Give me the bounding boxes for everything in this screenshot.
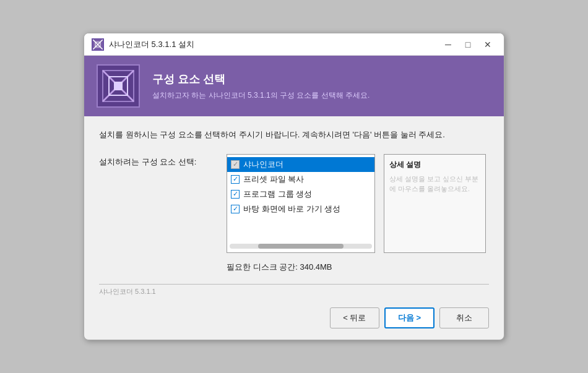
disk-space: 필요한 디스크 공간: 340.4MB [227, 262, 486, 273]
components-label: 설치하려는 구성 요소 선택: [99, 154, 210, 168]
content-area: 설치를 원하시는 구성 요소를 선택하여 주시기 바랍니다. 계속하시려면 '다… [84, 116, 504, 340]
footer-divider [99, 284, 489, 285]
back-button[interactable]: < 뒤로 [330, 307, 379, 328]
component-label-1: 샤나인코더 [243, 159, 283, 170]
checkbox-4[interactable]: ✓ [231, 205, 240, 213]
cancel-button[interactable]: 취소 [439, 307, 489, 328]
titlebar: 샤나인코더 5.3.1.1 설치 ─ □ ✕ [84, 33, 504, 56]
next-button[interactable]: 다음 > [384, 307, 435, 328]
scrollbar-track [230, 244, 372, 249]
header-bar: 구성 요소 선택 설치하고자 하는 샤나인코더 5.3.1.1의 구성 요소를 … [84, 56, 504, 116]
installer-window: 샤나인코더 5.3.1.1 설치 ─ □ ✕ 구성 요소 선택 설치하고자 하는… [84, 33, 504, 340]
header-text: 구성 요소 선택 설치하고자 하는 샤나인코더 5.3.1.1의 구성 요소를 … [152, 72, 370, 101]
svg-rect-8 [114, 82, 123, 90]
components-area: 설치하려는 구성 요소 선택: ✓ 샤나인코더 ✓ 프리셋 파일 복사 ✓ [99, 154, 489, 279]
header-subtitle: 설치하고자 하는 샤나인코더 5.3.1.1의 구성 요소를 선택해 주세요. [152, 90, 370, 101]
component-label-4: 바탕 화면에 바로 가기 생성 [243, 204, 340, 215]
checkbox-3[interactable]: ✓ [231, 190, 240, 199]
maximize-button[interactable]: □ [459, 38, 477, 51]
component-label-3: 프로그램 그룹 생성 [243, 189, 312, 200]
header-title: 구성 요소 선택 [152, 72, 370, 87]
instruction-text: 설치를 원하시는 구성 요소를 선택하여 주시기 바랍니다. 계속하시려면 '다… [99, 129, 489, 142]
detail-text: 상세 설명을 보고 싶으신 부분에 마우스를 올려놓으세요. [389, 174, 480, 194]
component-item-4[interactable]: ✓ 바탕 화면에 바로 가기 생성 [227, 202, 374, 217]
checkbox-2[interactable]: ✓ [231, 175, 240, 184]
detail-title: 상세 설명 [389, 160, 480, 170]
component-label-2: 프리셋 파일 복사 [243, 174, 304, 185]
detail-box: 상세 설명 상세 설명을 보고 싶으신 부분에 마우스를 올려놓으세요. [384, 154, 486, 253]
footer-buttons: < 뒤로 다음 > 취소 [99, 302, 489, 331]
minimize-button[interactable]: ─ [439, 38, 457, 51]
app-icon [92, 38, 104, 51]
component-item-3[interactable]: ✓ 프로그램 그룹 생성 [227, 187, 374, 202]
close-button[interactable]: ✕ [479, 38, 496, 51]
components-list[interactable]: ✓ 샤나인코더 ✓ 프리셋 파일 복사 ✓ 프로그램 그룹 생성 ✓ [227, 154, 375, 253]
component-item-1[interactable]: ✓ 샤나인코더 [227, 157, 374, 172]
checkbox-1[interactable]: ✓ [231, 160, 240, 169]
app-logo [97, 64, 140, 108]
scrollbar-thumb[interactable] [258, 244, 344, 249]
component-item-2[interactable]: ✓ 프리셋 파일 복사 [227, 172, 374, 187]
window-controls: ─ □ ✕ [439, 38, 496, 51]
footer-label: 샤나인코더 5.3.1.1 [99, 287, 489, 296]
window-title: 샤나인코더 5.3.1.1 설치 [109, 39, 439, 50]
